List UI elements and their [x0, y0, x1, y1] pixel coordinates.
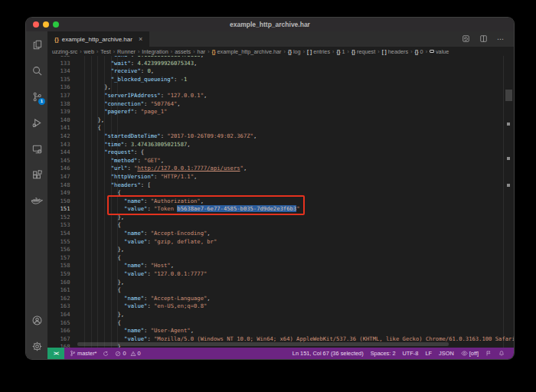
code-line[interactable]: 140 }, — [47, 116, 514, 125]
line-number[interactable]: 149 — [47, 189, 78, 198]
line-number[interactable]: 133 — [47, 60, 78, 68]
indentation-item[interactable]: Spaces: 2 — [371, 350, 396, 357]
code-line[interactable]: 148 "headers": [ — [47, 181, 514, 190]
feedback-item[interactable] — [485, 350, 492, 357]
code-line[interactable]: 136 }, — [47, 83, 514, 92]
line-number[interactable]: 157 — [47, 254, 78, 263]
explorer-icon[interactable] — [26, 31, 47, 57]
sync-item[interactable] — [103, 351, 109, 357]
encoding-item[interactable]: UTF-8 — [403, 350, 419, 357]
line-number[interactable]: 166 — [47, 327, 78, 335]
breadcrumb-item[interactable]: web — [84, 48, 94, 55]
code-line[interactable]: 163 "value": "en-US,en;q=0.8" — [47, 302, 514, 311]
overlay-toggle-item[interactable]: [off] — [461, 350, 479, 357]
search-icon[interactable] — [26, 57, 47, 83]
line-number[interactable]: 160 — [47, 279, 78, 287]
line-number[interactable]: 136 — [47, 83, 78, 92]
line-number[interactable]: 140 — [47, 116, 78, 125]
breadcrumb-item[interactable]: {}log — [288, 48, 301, 55]
code-line[interactable]: 161 { — [47, 286, 514, 295]
breadcrumb-item[interactable]: {}request — [351, 48, 375, 55]
problems-item[interactable]: 0 0 — [115, 350, 140, 357]
code-line[interactable]: 164 }, — [47, 311, 514, 319]
eol-item[interactable]: LF — [425, 350, 432, 357]
remote-indicator[interactable]: >< — [47, 348, 64, 359]
code-line[interactable]: 154 "name": "Accept-Encoding", — [47, 230, 514, 238]
code-line[interactable]: 141 { — [47, 124, 514, 132]
line-number[interactable]: 165 — [47, 319, 78, 328]
code-line[interactable]: 147 "httpVersion": "HTTP/1.1", — [47, 173, 514, 181]
code-line[interactable]: 157 { — [47, 254, 514, 263]
line-number[interactable]: 154 — [47, 230, 78, 238]
line-number[interactable]: 153 — [47, 221, 78, 230]
breadcrumb[interactable]: uzzing-src›web›Test›Runner›Integration›a… — [47, 47, 514, 56]
extensions-icon[interactable] — [26, 162, 47, 188]
run-debug-icon[interactable] — [26, 109, 47, 136]
code-line[interactable]: 139 "pageref": "page_1" — [47, 108, 514, 116]
source-control-icon[interactable]: 1 — [26, 83, 47, 109]
code-line[interactable]: 151 "value": "Token b5638ae7-6e77-4585-b… — [47, 205, 514, 214]
breadcrumb-item[interactable]: Test — [100, 48, 110, 55]
breadcrumb-item[interactable]: har — [198, 48, 206, 55]
code-line[interactable]: 137 "serverIPAddress": "127.0.0.1", — [47, 92, 514, 100]
git-branch-item[interactable]: master* — [70, 350, 96, 357]
line-number[interactable]: 151 — [47, 205, 78, 214]
code-line[interactable]: 142 "startedDateTime": "2017-10-26T09:49… — [47, 132, 514, 141]
breadcrumb-item[interactable]: [ ]headers — [382, 48, 409, 55]
cursor-position-item[interactable]: Ln 151, Col 67 (36 selected) — [293, 350, 364, 357]
code-line[interactable]: 144 "request": { — [47, 149, 514, 157]
horizontal-scrollbar[interactable] — [77, 342, 449, 346]
line-number[interactable]: 148 — [47, 181, 78, 190]
line-number[interactable]: 167 — [47, 335, 78, 344]
breadcrumb-item[interactable]: [ ]entries — [307, 48, 330, 55]
breadcrumb-item[interactable]: Integration — [142, 48, 168, 55]
code-line[interactable]: 138 "connection": "507764", — [47, 100, 514, 109]
editor-pane[interactable]: 132 "send": 0.10200000933470613,133 "wai… — [47, 56, 514, 348]
line-number[interactable]: 168 — [47, 343, 78, 348]
breadcrumb-item[interactable]: {}1 — [336, 48, 345, 55]
line-number[interactable]: 144 — [47, 149, 78, 157]
code-line[interactable]: 153 { — [47, 221, 514, 230]
code-line[interactable]: 146 "url": "http://127.0.0.1:7777/api/us… — [47, 165, 514, 173]
notifications-item[interactable] — [498, 350, 505, 357]
code-line[interactable]: 152 }, — [47, 214, 514, 222]
line-number[interactable]: 163 — [47, 302, 78, 311]
scrollbar-thumb[interactable] — [505, 90, 512, 101]
code-line[interactable]: 149 { — [47, 189, 514, 198]
code-line[interactable]: 150 "name": "Authorization", — [47, 198, 514, 206]
breadcrumb-item[interactable]: uzzing-src — [52, 48, 77, 55]
remote-explorer-icon[interactable] — [26, 136, 47, 162]
line-number[interactable]: 164 — [47, 311, 78, 319]
code-line[interactable]: 159 "value": "127.0.0.1:7777" — [47, 270, 514, 279]
line-number[interactable]: 161 — [47, 286, 78, 295]
more-actions-icon[interactable]: ⋯ — [497, 35, 505, 43]
code-line[interactable]: 135 "_blocked_queueing": -1 — [47, 76, 514, 84]
code-line[interactable]: 158 "name": "Host", — [47, 262, 514, 270]
code-line[interactable]: 133 "wait": 4.423999926075343, — [47, 60, 514, 68]
line-number[interactable]: 145 — [47, 157, 78, 165]
line-number[interactable]: 150 — [47, 198, 78, 206]
breadcrumb-item[interactable]: {}example_http_archive.har — [212, 48, 282, 55]
line-number[interactable]: 143 — [47, 141, 78, 149]
line-number[interactable]: 142 — [47, 132, 78, 141]
breadcrumb-item[interactable]: Runner — [117, 48, 136, 55]
open-changes-icon[interactable] — [462, 32, 470, 46]
code-line[interactable]: 145 "method": "GET", — [47, 157, 514, 165]
line-number[interactable]: 162 — [47, 295, 78, 303]
line-number[interactable]: 147 — [47, 173, 78, 181]
line-number[interactable]: 138 — [47, 100, 78, 109]
split-editor-icon[interactable] — [479, 32, 488, 46]
line-number[interactable]: 156 — [47, 246, 78, 254]
code-line[interactable]: 143 "time": 3.474363005021587, — [47, 141, 514, 149]
line-number[interactable]: 152 — [47, 214, 78, 222]
settings-gear-icon[interactable] — [26, 333, 47, 359]
code-line[interactable]: 134 "receive": 0, — [47, 67, 514, 76]
line-number[interactable]: 137 — [47, 92, 78, 100]
overview-ruler[interactable] — [503, 56, 514, 348]
line-number[interactable]: 146 — [47, 165, 78, 173]
accounts-icon[interactable] — [26, 307, 47, 333]
line-number[interactable]: 158 — [47, 262, 78, 270]
close-tab-icon[interactable]: × — [139, 35, 142, 43]
breadcrumb-item[interactable]: value — [430, 48, 449, 55]
line-number[interactable]: 134 — [47, 67, 78, 76]
